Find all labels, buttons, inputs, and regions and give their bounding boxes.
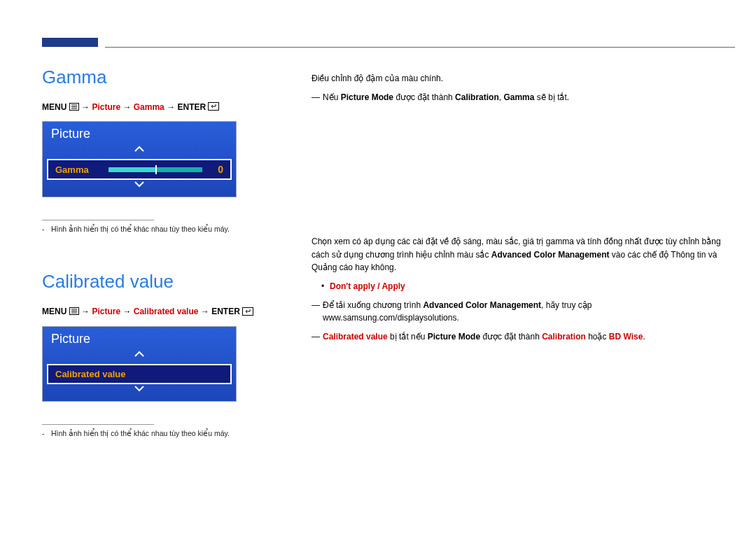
enter-icon [208, 102, 219, 113]
section-heading-gamma: Gamma [42, 66, 273, 88]
menu-label: MENU [42, 307, 66, 316]
note-gamma: Nếu Picture Mode được đặt thành Calibrat… [312, 91, 728, 104]
osd-row-value: 0 [212, 164, 223, 175]
chevron-up-icon [134, 146, 145, 153]
path-gamma: Gamma [134, 102, 164, 112]
desc-para-calibrated: Chọn xem có áp dụng các cài đặt về độ sá… [312, 235, 728, 274]
arrow: → [122, 102, 133, 112]
arrow: → [81, 307, 92, 316]
path-picture: Picture [92, 307, 120, 316]
arrow: → [122, 307, 133, 316]
osd-down-arrow-row[interactable] [43, 180, 236, 194]
t: Calibrated value [323, 332, 388, 342]
short-divider [42, 424, 154, 425]
header-divider [105, 47, 735, 48]
enter-label: ENTER [177, 102, 206, 112]
t: Nếu [323, 92, 341, 102]
menu-path-calibrated: MENU → Picture → Calibrated value → ENTE… [42, 307, 273, 317]
arrow: → [167, 102, 177, 112]
t: . [643, 332, 645, 342]
t: BD Wise [609, 332, 643, 342]
osd-title: Picture [43, 122, 236, 145]
osd-up-arrow-row[interactable] [43, 145, 236, 159]
enter-icon [242, 307, 253, 318]
t: hoặc [586, 332, 609, 342]
t: Advanced Color Management [491, 250, 610, 260]
t: Calibration [455, 92, 499, 102]
arrow: → [201, 307, 211, 316]
t: được đặt thành [393, 92, 455, 102]
note-disabled: Calibrated value bị tắt nếu Picture Mode… [312, 330, 728, 344]
menu-icon [69, 103, 79, 113]
chevron-down-icon [134, 181, 145, 188]
path-picture: Picture [92, 102, 120, 112]
menu-label: MENU [42, 102, 66, 112]
t: Advanced Color Management [423, 300, 541, 310]
osd-row-label: Gamma [55, 164, 89, 175]
chevron-up-icon [134, 351, 145, 358]
footnote-text: Hình ảnh hiển thị có thể khác nhau tùy t… [51, 429, 230, 437]
t: sẽ bị tắt. [534, 92, 569, 102]
section-heading-calibrated: Calibrated value [42, 271, 273, 293]
bullet-apply: Don't apply / Apply [312, 280, 728, 293]
osd-up-arrow-row[interactable] [43, 350, 236, 364]
path-calibrated: Calibrated value [134, 307, 199, 316]
dash-icon: - [42, 429, 49, 437]
t: bị tắt nếu [388, 332, 428, 342]
short-divider [42, 220, 154, 220]
footnote-gamma: - Hình ảnh hiển thị có thể khác nhau tùy… [42, 225, 273, 233]
t: Picture Mode [341, 92, 393, 102]
osd-row-label: Calibrated value [55, 369, 125, 379]
note-download: Để tải xuống chương trình Advanced Color… [312, 299, 728, 325]
t: Để tải xuống chương trình [323, 300, 423, 310]
t: Calibration [542, 332, 586, 342]
t: được đặt thành [480, 332, 542, 342]
menu-path-gamma: MENU → Picture → Gamma → ENTER [42, 102, 273, 113]
bullet-label: Don't apply / Apply [330, 281, 405, 291]
t: Gamma [503, 92, 534, 102]
osd-slider-bar[interactable] [108, 167, 202, 172]
osd-title: Picture [43, 327, 236, 350]
menu-icon [69, 307, 79, 317]
enter-label: ENTER [211, 307, 240, 316]
osd-down-arrow-row[interactable] [43, 384, 236, 398]
osd-box-gamma: Picture Gamma 0 [42, 121, 237, 197]
footnote-text: Hình ảnh hiển thị có thể khác nhau tùy t… [51, 225, 230, 233]
arrow: → [81, 102, 92, 112]
chevron-down-icon [134, 385, 145, 392]
desc-line-gamma: Điều chỉnh độ đậm của màu chính. [312, 72, 728, 85]
dash-icon: - [42, 225, 49, 233]
footnote-calibrated: - Hình ảnh hiển thị có thể khác nhau tùy… [42, 429, 273, 437]
t: Picture Mode [428, 332, 480, 342]
osd-row-calibrated[interactable]: Calibrated value [47, 364, 232, 384]
header-accent-bar [42, 38, 98, 47]
osd-row-gamma[interactable]: Gamma 0 [47, 159, 232, 180]
osd-box-calibrated: Picture Calibrated value [42, 326, 237, 402]
